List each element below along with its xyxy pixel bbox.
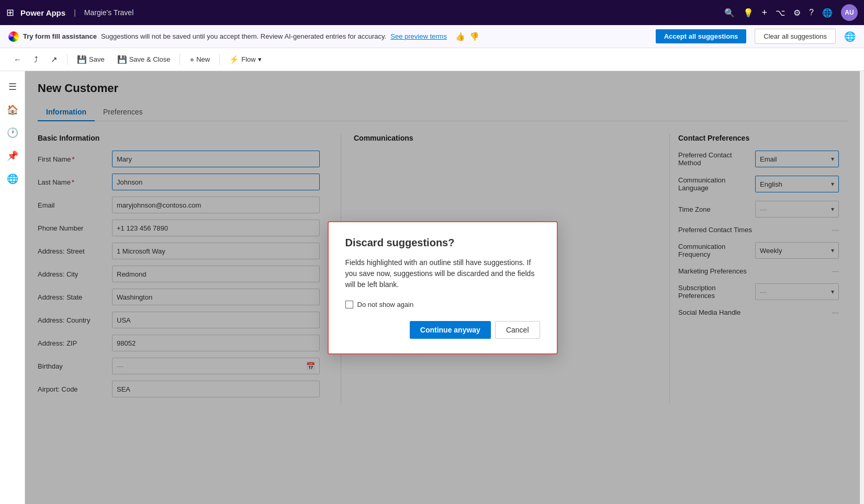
flow-label: Flow [241, 55, 255, 63]
new-icon: + [189, 55, 194, 64]
ai-rainbow-icon [8, 31, 19, 42]
ai-banner-bold: Try form fill assistance [23, 32, 97, 40]
app-context-label: Margie's Travel [84, 8, 133, 17]
sidebar-recent-icon[interactable]: 🕐 [3, 123, 22, 142]
vertical-scrollbar[interactable] [860, 71, 864, 504]
discard-suggestions-dialog: Discard suggestions? Fields highlighted … [328, 221, 558, 354]
thumbs-down-icon[interactable]: 👎 [469, 32, 479, 41]
toolbar-separator-3 [219, 54, 220, 65]
dialog-checkbox-row: Do not show again [345, 301, 540, 308]
continue-anyway-button[interactable]: Continue anyway [410, 321, 491, 339]
save-label: Save [89, 55, 105, 63]
waffle-menu-icon[interactable]: ⊞ [6, 7, 14, 18]
flow-icon: ⚡ [229, 55, 239, 64]
do-not-show-checkbox[interactable] [345, 301, 353, 308]
thumbs-up-icon[interactable]: 👍 [455, 32, 465, 41]
nav-icon-group: 🔍 💡 + ⌥ ⚙ ? 🌐 AU [724, 4, 858, 21]
new-label: New [196, 55, 210, 63]
main-layout: ☰ 🏠 🕐 📌 🌐 New Customer Information Prefe… [0, 71, 864, 504]
back-arrow-icon: ← [14, 55, 21, 64]
do-not-show-label: Do not show again [357, 301, 414, 308]
toolbar: ← ⤴ ↗ 💾 Save 💾 Save & Close + New ⚡ Flow… [0, 48, 864, 71]
dialog-actions: Continue anyway Cancel [345, 321, 540, 339]
lightbulb-icon[interactable]: 💡 [743, 8, 754, 18]
left-sidebar: ☰ 🏠 🕐 📌 🌐 [0, 71, 25, 504]
save-button[interactable]: 💾 Save [72, 53, 110, 66]
save-close-label: Save & Close [129, 55, 171, 63]
search-icon[interactable]: 🔍 [724, 8, 735, 18]
back-button[interactable]: ← [8, 53, 27, 66]
app-name-label: Power Apps [20, 8, 65, 17]
preview-terms-link[interactable]: See preview terms [390, 32, 447, 40]
sidebar-menu-icon[interactable]: ☰ [3, 77, 22, 96]
save-icon: 💾 [77, 55, 87, 64]
sidebar-entity-icon[interactable]: 🌐 [3, 169, 22, 188]
clear-all-button[interactable]: Clear all suggestions [755, 29, 836, 44]
thumbs-group: 👍 👎 [455, 32, 479, 41]
nav-separator: | [74, 8, 76, 17]
settings-icon[interactable]: ⚙ [793, 8, 801, 18]
forward-button[interactable]: ⤴ [29, 53, 43, 66]
flow-chevron-icon: ▾ [258, 55, 262, 63]
share-button[interactable]: ↗ [46, 53, 63, 66]
cancel-button[interactable]: Cancel [495, 321, 540, 339]
share-icon: ↗ [51, 55, 58, 64]
add-icon[interactable]: + [762, 7, 768, 18]
toolbar-separator-2 [179, 54, 180, 65]
top-navigation: ⊞ Power Apps | Margie's Travel 🔍 💡 + ⌥ ⚙… [0, 0, 864, 25]
banner-globe-icon[interactable]: 🌐 [844, 31, 856, 42]
new-button[interactable]: + New [184, 53, 215, 66]
dialog-title: Discard suggestions? [345, 237, 540, 249]
sidebar-home-icon[interactable]: 🏠 [3, 100, 22, 119]
dialog-overlay: Discard suggestions? Fields highlighted … [25, 71, 860, 504]
accept-all-button[interactable]: Accept all suggestions [656, 29, 747, 43]
filter-icon[interactable]: ⌥ [776, 8, 785, 18]
globe-icon[interactable]: 🌐 [822, 8, 833, 18]
avatar[interactable]: AU [841, 4, 858, 21]
help-icon[interactable]: ? [809, 8, 814, 17]
save-close-button[interactable]: 💾 Save & Close [112, 53, 176, 66]
save-close-icon: 💾 [117, 55, 127, 64]
ai-banner: Try form fill assistance Suggestions wil… [0, 25, 864, 48]
flow-button[interactable]: ⚡ Flow ▾ [224, 53, 266, 66]
content-area: New Customer Information Preferences Bas… [25, 71, 860, 504]
forward-icon: ⤴ [34, 55, 38, 64]
ai-banner-text: Suggestions will not be saved until you … [101, 32, 386, 40]
toolbar-separator-1 [67, 54, 68, 65]
dialog-body: Fields highlighted with an outline still… [345, 257, 540, 290]
sidebar-pinned-icon[interactable]: 📌 [3, 146, 22, 165]
